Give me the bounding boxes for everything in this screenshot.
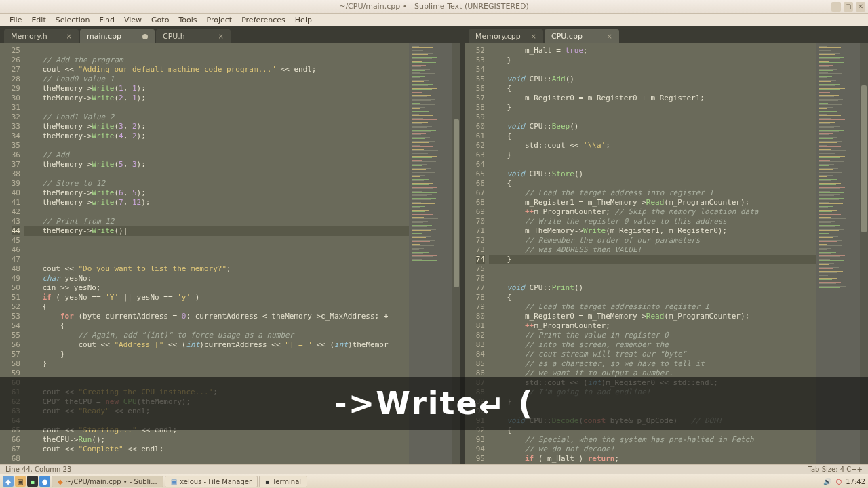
status-bar: Line 44, Column 23 Tab Size: 4 C++ — [0, 464, 868, 474]
window-close-button[interactable]: ✕ — [856, 2, 865, 12]
taskbar-item-filemanager[interactable]: ▣xelous - File Manager — [165, 476, 258, 487]
close-icon[interactable]: × — [218, 33, 224, 40]
tab-main-cpp[interactable]: main.cpp — [80, 29, 155, 43]
scrollbar-left[interactable] — [452, 43, 460, 464]
menu-preferences[interactable]: Preferences — [237, 14, 290, 26]
window-title: ~/CPU/main.cpp • - Sublime Text (UNREGIS… — [339, 2, 529, 11]
editor-right[interactable]: 52 53 54 55 56 57 58 59 60 61 62 63 64 6… — [465, 43, 868, 464]
start-menu-icon[interactable]: ◆ — [3, 476, 14, 487]
code-right[interactable]: m_Halt = true; } void CPU::Add() { m_Reg… — [489, 43, 816, 464]
menu-tools[interactable]: Tools — [174, 14, 201, 26]
tab-cpu-h[interactable]: CPU.h× — [156, 29, 231, 43]
taskbar: ◆ ▣ ▪ ● ◆~/CPU/main.cpp • - Subli... ▣xe… — [0, 474, 868, 488]
tab-memory-h[interactable]: Memory.h× — [4, 29, 79, 43]
workspace: Memory.h× main.cpp CPU.h× 25 26 27 28 29… — [0, 26, 868, 464]
tabbar-left: Memory.h× main.cpp CPU.h× — [0, 26, 460, 43]
close-icon[interactable]: × — [607, 33, 612, 40]
close-icon[interactable]: × — [531, 33, 536, 40]
modified-dot-icon — [142, 34, 148, 39]
tabbar-right: Memory.cpp× CPU.cpp× — [465, 26, 868, 43]
menu-bar: File Edit Selection Find View Goto Tools… — [0, 14, 868, 26]
code-left[interactable]: // Add the program cout << "Adding our d… — [24, 43, 409, 464]
terminal-icon[interactable]: ▪ — [27, 476, 38, 487]
status-syntax[interactable]: Tab Size: 4 C++ — [808, 466, 863, 473]
status-cursor-pos: Line 44, Column 23 — [5, 466, 71, 473]
close-icon[interactable]: × — [66, 33, 72, 40]
tray-clock[interactable]: 17:42 — [846, 478, 865, 485]
menu-help[interactable]: Help — [291, 14, 316, 26]
menu-selection[interactable]: Selection — [52, 14, 94, 26]
taskbar-item-sublime[interactable]: ◆~/CPU/main.cpp • - Subli... — [52, 476, 163, 487]
browser-icon[interactable]: ● — [39, 476, 50, 487]
tray-volume-icon[interactable]: 🔊 — [823, 478, 831, 485]
gutter-right: 52 53 54 55 56 57 58 59 60 61 62 63 64 6… — [465, 43, 489, 464]
menu-find[interactable]: Find — [95, 14, 119, 26]
file-manager-icon[interactable]: ▣ — [15, 476, 26, 487]
window-minimize-button[interactable]: — — [831, 2, 841, 12]
window-titlebar: ~/CPU/main.cpp • - Sublime Text (UNREGIS… — [0, 0, 868, 14]
gutter-left: 25 26 27 28 29 30 31 32 33 34 35 36 37 3… — [0, 43, 24, 464]
pane-left: Memory.h× main.cpp CPU.h× 25 26 27 28 29… — [0, 26, 460, 464]
window-maximize-button[interactable]: ▢ — [844, 2, 853, 12]
scrollbar-right[interactable] — [860, 43, 868, 464]
menu-project[interactable]: Project — [203, 14, 237, 26]
menu-goto[interactable]: Goto — [147, 14, 173, 26]
menu-file[interactable]: File — [5, 14, 26, 26]
minimap-left[interactable] — [409, 43, 452, 464]
menu-view[interactable]: View — [120, 14, 146, 26]
editor-left[interactable]: 25 26 27 28 29 30 31 32 33 34 35 36 37 3… — [0, 43, 460, 464]
taskbar-item-terminal[interactable]: ▪Terminal — [259, 476, 307, 487]
pane-right: Memory.cpp× CPU.cpp× 52 53 54 55 56 57 5… — [465, 26, 868, 464]
menu-edit[interactable]: Edit — [27, 14, 50, 26]
tray-network-icon[interactable]: ⬡ — [835, 478, 842, 485]
tab-cpu-cpp[interactable]: CPU.cpp× — [545, 29, 619, 43]
tab-memory-cpp[interactable]: Memory.cpp× — [469, 29, 543, 43]
minimap-right[interactable] — [816, 43, 860, 464]
system-tray: 🔊 ⬡ 17:42 — [823, 478, 865, 485]
